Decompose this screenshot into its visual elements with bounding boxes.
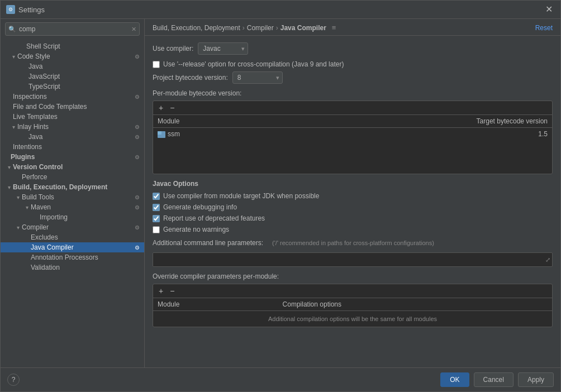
sidebar-tree: Shell Script ▾ Code Style ⚙ Java JavaScr… bbox=[1, 39, 144, 367]
sidebar-item-build-tools[interactable]: ▾ Build Tools ⚙ bbox=[1, 192, 144, 202]
sidebar-item-version-control[interactable]: ▾ Version Control bbox=[1, 162, 144, 172]
breadcrumb-part-2: Compiler bbox=[247, 24, 274, 32]
sidebar-item-code-style[interactable]: ▾ Code Style ⚙ bbox=[1, 51, 144, 61]
sidebar-item-intentions[interactable]: Intentions bbox=[1, 142, 144, 152]
sidebar-item-java-inlay[interactable]: Java ⚙ bbox=[1, 132, 144, 142]
module-name-cell: ssm bbox=[153, 128, 265, 141]
sidebar-item-maven[interactable]: ▾ Maven ⚙ bbox=[1, 202, 144, 212]
sidebar-item-excludes[interactable]: Excludes bbox=[1, 232, 144, 242]
use-compiler-row: Use compiler: Javac Eclipse Ajc bbox=[153, 42, 553, 55]
sidebar-item-label: Java bbox=[28, 133, 132, 141]
sidebar-item-validation[interactable]: Validation bbox=[1, 262, 144, 273]
generate-debugging-checkbox[interactable] bbox=[153, 204, 160, 211]
clear-search-button[interactable]: ✕ bbox=[131, 26, 136, 33]
close-button[interactable]: ✕ bbox=[543, 4, 555, 15]
javac-section-title: Javac Options bbox=[153, 180, 553, 188]
dialog-buttons: OK Cancel Apply bbox=[440, 372, 554, 387]
table-row[interactable]: ssm 1.5 bbox=[153, 128, 552, 141]
generate-debugging-label[interactable]: Generate debugging info bbox=[163, 203, 237, 211]
breadcrumb-menu-icon[interactable]: ≡ bbox=[332, 23, 336, 32]
bytecode-version-select[interactable]: 8 9 11 17 21 bbox=[232, 71, 283, 84]
report-deprecated-label[interactable]: Report use of deprecated features bbox=[163, 214, 265, 222]
remove-module-button[interactable]: − bbox=[168, 103, 177, 112]
cmd-params-label: Additional command line parameters: bbox=[153, 239, 263, 247]
sidebar-item-typescript[interactable]: TypeScript bbox=[1, 82, 144, 92]
report-deprecated-row: Report use of deprecated features bbox=[153, 214, 553, 222]
add-module-button[interactable]: + bbox=[156, 103, 165, 112]
apply-button[interactable]: Apply bbox=[518, 372, 554, 387]
add-override-button[interactable]: + bbox=[156, 286, 165, 295]
module-table-container: + − Module Target bytecode version bbox=[153, 101, 553, 174]
command-line-section: Additional command line parameters: ('/'… bbox=[153, 239, 553, 267]
sidebar-item-java-compiler[interactable]: Java Compiler ⚙ bbox=[1, 242, 144, 252]
override-options-col-header: Compilation options bbox=[278, 298, 552, 311]
search-icon: 🔍 bbox=[8, 26, 16, 33]
title-bar-left: ⚙ Settings bbox=[6, 5, 45, 14]
release-option-label[interactable]: Use '--release' option for cross-compila… bbox=[163, 60, 344, 68]
use-compiler-module-checkbox[interactable] bbox=[153, 193, 160, 200]
sidebar-item-inlay-hints[interactable]: ▾ Inlay Hints ⚙ bbox=[1, 122, 144, 132]
cancel-button[interactable]: Cancel bbox=[474, 372, 514, 387]
arrow-icon: ▾ bbox=[5, 164, 13, 170]
cmd-params-input[interactable] bbox=[153, 252, 553, 267]
use-compiler-module-label[interactable]: Use compiler from module target JDK when… bbox=[163, 192, 319, 200]
sidebar-item-compiler[interactable]: ▾ Compiler ⚙ bbox=[1, 222, 144, 232]
sidebar-item-label: Importing bbox=[40, 213, 140, 221]
module-col-header: Module bbox=[153, 115, 265, 128]
override-empty-message: Additional compilation options will be t… bbox=[153, 311, 552, 327]
sidebar-item-annotation-processors[interactable]: Annotation Processors bbox=[1, 252, 144, 262]
expand-icon[interactable]: ⤢ bbox=[545, 256, 550, 264]
override-module-col-header: Module bbox=[153, 298, 278, 311]
chevron-icon: › bbox=[243, 24, 245, 32]
sidebar-item-javascript[interactable]: JavaScript bbox=[1, 71, 144, 82]
sidebar-item-perforce[interactable]: Perforce bbox=[1, 172, 144, 182]
sidebar-item-label: File and Code Templates bbox=[13, 103, 140, 111]
module-icon bbox=[158, 131, 165, 138]
left-panel: 🔍 ✕ Shell Script ▾ Code Style ⚙ bbox=[1, 19, 145, 367]
release-option-row: Use '--release' option for cross-compila… bbox=[153, 60, 553, 68]
arrow-icon: ▾ bbox=[14, 194, 22, 200]
gear-icon: ⚙ bbox=[135, 194, 140, 200]
gear-icon: ⚙ bbox=[135, 204, 140, 211]
sidebar-item-label: Inspections bbox=[13, 93, 132, 101]
sidebar-item-build-execution[interactable]: ▾ Build, Execution, Deployment bbox=[1, 182, 144, 192]
settings-window: ⚙ Settings ✕ 🔍 ✕ Shell Script bbox=[0, 0, 561, 392]
sidebar-item-importing[interactable]: Importing bbox=[1, 212, 144, 222]
sidebar-item-shell-script[interactable]: Shell Script bbox=[1, 41, 144, 51]
use-compiler-label: Use compiler: bbox=[153, 45, 193, 52]
no-warnings-label[interactable]: Generate no warnings bbox=[163, 226, 229, 233]
arrow-icon: ▾ bbox=[9, 124, 17, 130]
sidebar-item-label: JavaScript bbox=[28, 73, 140, 80]
sidebar-item-file-code-templates[interactable]: File and Code Templates bbox=[1, 102, 144, 112]
sidebar-item-label: Build Tools bbox=[22, 193, 132, 201]
sidebar-item-label: Version Control bbox=[13, 163, 140, 171]
cmd-input-wrapper: ⤢ bbox=[153, 252, 553, 267]
override-table-container: + − Module Compilation options bbox=[153, 284, 553, 327]
reset-button[interactable]: Reset bbox=[535, 24, 553, 32]
sidebar-item-label: Shell Script bbox=[26, 42, 140, 50]
table-row: Additional compilation options will be t… bbox=[153, 311, 552, 327]
report-deprecated-checkbox[interactable] bbox=[153, 215, 160, 222]
breadcrumb: Build, Execution, Deployment › Compiler … bbox=[153, 23, 336, 32]
project-bytecode-label: Project bytecode version: bbox=[153, 74, 228, 82]
ok-button[interactable]: OK bbox=[440, 372, 469, 387]
override-section-title: Override compiler parameters per-module: bbox=[153, 273, 553, 280]
sidebar-item-label: Inlay Hints bbox=[17, 123, 132, 131]
sidebar-item-label: Plugins bbox=[11, 153, 132, 161]
sidebar-item-plugins[interactable]: Plugins ⚙ bbox=[1, 152, 144, 162]
gear-icon: ⚙ bbox=[135, 54, 140, 60]
sidebar-item-inspections[interactable]: Inspections ⚙ bbox=[1, 92, 144, 102]
remove-override-button[interactable]: − bbox=[168, 286, 177, 295]
compiler-select[interactable]: Javac Eclipse Ajc bbox=[198, 42, 248, 55]
breadcrumb-part-1: Build, Execution, Deployment bbox=[153, 24, 240, 32]
no-warnings-checkbox[interactable] bbox=[153, 226, 160, 233]
help-button[interactable]: ? bbox=[7, 374, 20, 386]
use-compiler-module-row: Use compiler from module target JDK when… bbox=[153, 192, 553, 200]
search-input[interactable] bbox=[5, 22, 140, 36]
sidebar-item-live-templates[interactable]: Live Templates bbox=[1, 112, 144, 122]
sidebar-item-label: Compiler bbox=[22, 223, 132, 231]
sidebar-item-java[interactable]: Java bbox=[1, 61, 144, 71]
release-option-checkbox[interactable] bbox=[153, 61, 160, 68]
javac-section: Javac Options Use compiler from module t… bbox=[153, 180, 553, 233]
window-title: Settings bbox=[18, 6, 45, 14]
